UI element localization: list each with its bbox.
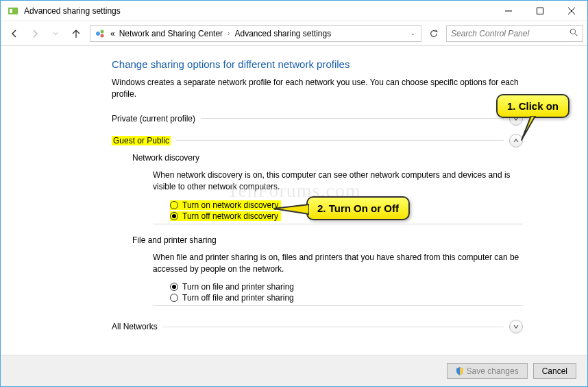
chevron-right-icon: ›: [225, 30, 232, 37]
svg-point-6: [96, 32, 100, 36]
profile-private-header[interactable]: Private (current profile): [112, 112, 523, 126]
svg-point-9: [570, 29, 575, 34]
svg-rect-3: [537, 8, 543, 14]
content-area: TenForums.com Change sharing options for…: [1, 46, 587, 355]
refresh-button[interactable]: [426, 25, 442, 42]
maximize-button[interactable]: [524, 1, 556, 21]
radio-label: Turn off file and printer sharing: [182, 293, 294, 303]
section-file-printer: File and printer sharing When file and p…: [112, 230, 523, 312]
profile-private: Private (current profile): [112, 112, 523, 126]
forward-button[interactable]: [25, 24, 45, 43]
control-panel-icon: [8, 5, 19, 16]
up-button[interactable]: [66, 24, 86, 43]
search-box[interactable]: [446, 25, 583, 42]
save-button[interactable]: Save changes: [447, 363, 528, 379]
crumb-advanced-sharing[interactable]: Advanced sharing settings: [232, 29, 333, 38]
radio-icon: [170, 294, 178, 302]
titlebar: Advanced sharing settings: [1, 1, 587, 21]
radio-nd-off[interactable]: Turn off network discovery: [170, 211, 281, 221]
close-button[interactable]: [556, 1, 587, 21]
back-button[interactable]: [5, 24, 24, 43]
breadcrumb-dropdown[interactable]: ⌄: [406, 30, 419, 36]
radio-icon: [170, 283, 178, 291]
crumb-ellipsis[interactable]: «: [108, 29, 117, 38]
divider: [201, 118, 504, 119]
minimize-button[interactable]: [493, 1, 524, 21]
radio-label: Turn off network discovery: [182, 211, 278, 221]
crumb-network-center[interactable]: Network and Sharing Center: [117, 29, 225, 38]
search-input[interactable]: [451, 29, 569, 38]
radio-label: Turn on file and printer sharing: [182, 282, 294, 292]
profile-guest: Guest or Public Network discovery When n…: [112, 134, 523, 312]
annotation-tail-2: [273, 202, 309, 218]
divider: [153, 305, 523, 306]
profile-private-label: Private (current profile): [112, 114, 195, 124]
fp-title: File and printer sharing: [132, 235, 523, 245]
profile-all: All Networks: [112, 320, 523, 333]
svg-line-10: [575, 34, 577, 36]
shield-icon: [456, 367, 464, 375]
radio-icon: [170, 201, 178, 209]
annotation-tail-1: [515, 116, 542, 143]
expand-icon[interactable]: [509, 320, 523, 333]
cancel-label: Cancel: [542, 366, 567, 376]
breadcrumb-icon: [95, 28, 106, 39]
profile-guest-label: Guest or Public: [112, 136, 171, 145]
svg-point-7: [101, 30, 104, 33]
divider: [163, 327, 504, 327]
radio-nd-on[interactable]: Turn on network discovery: [170, 200, 281, 210]
radio-label: Turn on network discovery: [182, 200, 278, 210]
recent-dropdown[interactable]: [46, 24, 65, 43]
nd-description: When network discovery is on, this compu…: [132, 169, 523, 194]
profile-all-header[interactable]: All Networks: [112, 320, 523, 333]
footer: Save changes Cancel: [1, 355, 587, 386]
svg-point-8: [101, 34, 104, 37]
annotation-turn-on-off: 2. Turn On or Off: [306, 196, 410, 220]
radio-fp-on[interactable]: Turn on file and printer sharing: [170, 282, 523, 292]
svg-rect-1: [10, 9, 12, 13]
divider: [153, 224, 523, 224]
fp-description: When file and printer sharing is on, fil…: [132, 252, 523, 276]
window-title: Advanced sharing settings: [24, 6, 493, 16]
page-title: Change sharing options for different net…: [112, 58, 523, 70]
profile-guest-header[interactable]: Guest or Public: [112, 134, 523, 148]
profile-all-label: All Networks: [112, 322, 158, 331]
page-description: Windows creates a separate network profi…: [112, 77, 523, 101]
annotation-click-on: 1. Click on: [496, 94, 569, 118]
save-label: Save changes: [467, 366, 519, 376]
navbar: « Network and Sharing Center › Advanced …: [1, 21, 587, 46]
breadcrumb[interactable]: « Network and Sharing Center › Advanced …: [90, 25, 421, 42]
cancel-button[interactable]: Cancel: [533, 363, 576, 379]
search-icon[interactable]: [569, 27, 578, 40]
radio-fp-off[interactable]: Turn off file and printer sharing: [170, 293, 523, 303]
divider: [176, 140, 504, 141]
nd-title: Network discovery: [132, 153, 523, 163]
radio-icon: [170, 212, 178, 220]
